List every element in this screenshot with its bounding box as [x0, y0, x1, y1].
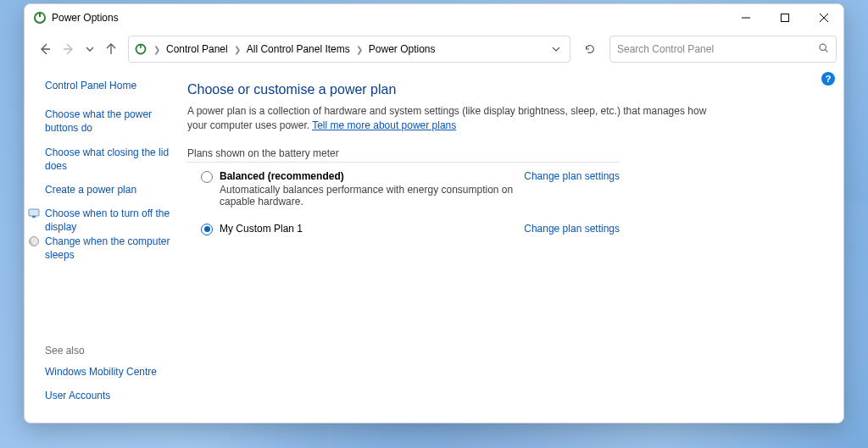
sidebar-link[interactable]: Create a power plan	[45, 183, 175, 196]
svg-rect-14	[32, 216, 36, 218]
sidebar-link[interactable]: Choose what closing the lid does	[45, 146, 175, 173]
search-icon	[818, 41, 829, 57]
svg-point-11	[820, 44, 826, 50]
chevron-right-icon: ❯	[233, 45, 242, 54]
svg-rect-13	[29, 209, 39, 216]
help-icon[interactable]: ?	[821, 72, 835, 86]
sidebar-link[interactable]: Choose when to turn off the display	[45, 207, 170, 233]
back-button[interactable]	[35, 39, 55, 59]
see-also-link[interactable]: User Accounts	[45, 389, 175, 402]
address-icon	[134, 42, 147, 56]
chevron-right-icon: ❯	[355, 45, 364, 54]
chevron-right-icon: ❯	[153, 45, 161, 54]
sidebar-link[interactable]: Change when the computer sleeps	[45, 235, 170, 261]
plan-radio[interactable]	[201, 171, 213, 183]
power-options-icon	[33, 11, 47, 25]
page-description: A power plan is a collection of hardware…	[187, 104, 713, 134]
search-input[interactable]	[617, 43, 818, 55]
forward-button[interactable]	[58, 39, 79, 59]
power-plan-row: Balanced (recommended) Automatically bal…	[187, 163, 620, 207]
refresh-button[interactable]	[577, 36, 603, 63]
svg-rect-3	[782, 14, 789, 22]
plan-title: My Custom Plan 1	[220, 223, 515, 235]
sidebar-link[interactable]: Choose what the power buttons do	[45, 108, 175, 135]
change-plan-settings-link[interactable]: Change plan settings	[524, 170, 620, 182]
window-title: Power Options	[52, 12, 119, 24]
page-heading: Choose or customise a power plan	[187, 82, 826, 97]
change-plan-settings-link[interactable]: Change plan settings	[524, 223, 620, 235]
learn-more-link[interactable]: Tell me more about power plans	[312, 119, 456, 131]
close-button[interactable]	[804, 4, 843, 31]
up-button[interactable]	[101, 39, 121, 59]
search-box[interactable]	[609, 36, 837, 63]
main-panel: Choose or customise a power plan A power…	[184, 67, 843, 423]
breadcrumb-item[interactable]: All Control Panel Items	[245, 40, 352, 58]
plan-group-header: Plans shown on the battery meter	[187, 147, 620, 163]
svg-rect-10	[140, 44, 142, 48]
see-also-link[interactable]: Windows Mobility Centre	[45, 365, 175, 379]
breadcrumb-item[interactable]: Control Panel	[164, 40, 230, 58]
maximize-button[interactable]	[765, 4, 804, 31]
plan-title: Balanced (recommended)	[220, 170, 515, 182]
plan-description: Automatically balances performance with …	[220, 184, 515, 207]
control-panel-home-link[interactable]: Control Panel Home	[45, 79, 175, 92]
content-area: ? Control Panel Home Choose what the pow…	[25, 67, 843, 423]
moon-icon	[28, 235, 40, 247]
window: Power Options	[24, 3, 844, 423]
power-plan-row: My Custom Plan 1 Change plan settings	[187, 207, 620, 235]
breadcrumb-item[interactable]: Power Options	[367, 40, 437, 58]
titlebar: Power Options	[25, 4, 843, 31]
svg-rect-1	[39, 12, 41, 17]
minimize-button[interactable]	[726, 4, 765, 31]
plan-radio[interactable]	[201, 224, 213, 235]
see-also-label: See also	[45, 345, 175, 357]
svg-line-12	[826, 50, 828, 53]
monitor-icon	[28, 207, 40, 219]
recent-locations-button[interactable]	[82, 39, 97, 59]
address-bar[interactable]: ❯ Control Panel ❯ All Control Panel Item…	[128, 36, 570, 63]
sidebar: Control Panel Home Choose what the power…	[25, 67, 184, 423]
navigation-toolbar: ❯ Control Panel ❯ All Control Panel Item…	[25, 31, 843, 67]
address-dropdown-button[interactable]	[546, 39, 566, 59]
